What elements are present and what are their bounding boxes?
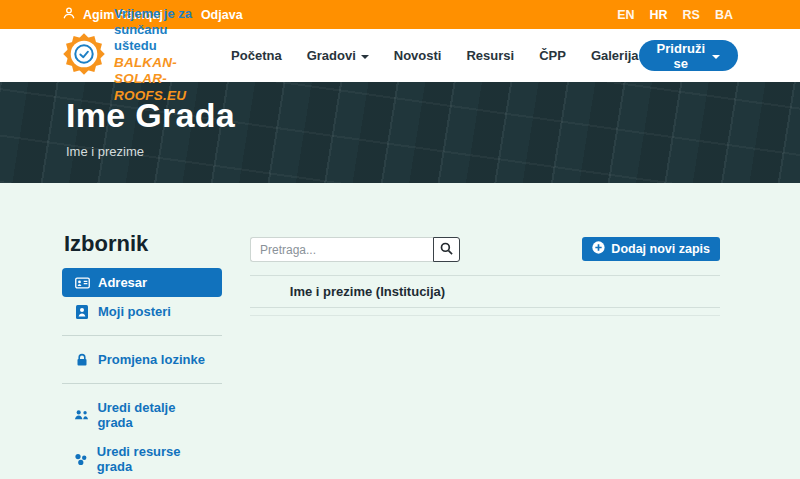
search-icon bbox=[440, 242, 453, 258]
sidebar-menu: Izbornik Adresar Moji posteri bbox=[62, 231, 222, 479]
sidebar-item-label: Uredi detalje grada bbox=[97, 400, 210, 430]
table-row bbox=[250, 308, 720, 316]
sidebar-item-label: Promjena lozinke bbox=[98, 352, 205, 367]
search-button[interactable] bbox=[433, 237, 460, 262]
column-header-name: Ime i prezime (Institucija) bbox=[250, 276, 485, 308]
sun-clock-logo-icon bbox=[62, 32, 106, 80]
sidebar-item-promjena-lozinke[interactable]: Promjena lozinke bbox=[62, 345, 222, 374]
sidebar-item-adresar[interactable]: Adresar bbox=[62, 268, 222, 297]
nav-item-gradovi[interactable]: Gradovi bbox=[307, 48, 369, 63]
lock-icon bbox=[74, 353, 90, 367]
sidebar-item-moji-posteri[interactable]: Moji posteri bbox=[62, 297, 222, 326]
site-logo[interactable]: Vrijeme je za sunčanu uštedu BALKAN-SOLA… bbox=[62, 6, 207, 105]
nav-item-resursi[interactable]: Resursi bbox=[466, 48, 514, 63]
search-group bbox=[250, 237, 460, 262]
records-table: Ime i prezime (Institucija) bbox=[250, 275, 720, 316]
plus-circle-icon bbox=[592, 241, 605, 257]
main-navbar: Vrijeme je za sunčanu uštedu BALKAN-SOLA… bbox=[0, 29, 800, 82]
chevron-down-icon bbox=[361, 55, 369, 59]
page-hero: Ime Grada Ime i prezime bbox=[0, 82, 800, 183]
sidebar-heading: Izbornik bbox=[64, 231, 222, 257]
content-area: Izbornik Adresar Moji posteri bbox=[0, 183, 800, 479]
language-switcher: EN HR RS BA bbox=[617, 8, 733, 22]
sidebar-item-label: Moji posteri bbox=[98, 304, 171, 319]
sidebar-divider bbox=[62, 383, 222, 384]
sidebar-item-label: Uredi resurse grada bbox=[97, 444, 210, 474]
lang-ba[interactable]: BA bbox=[715, 8, 733, 22]
sidebar-item-uredi-resurse[interactable]: Uredi resurse grada bbox=[62, 437, 222, 479]
sidebar-item-label: Adresar bbox=[98, 275, 147, 290]
column-header-actions bbox=[485, 276, 720, 308]
nav-item-cpp[interactable]: ČPP bbox=[539, 48, 566, 63]
nav-item-novosti[interactable]: Novosti bbox=[394, 48, 442, 63]
records-panel: Dodaj novi zapis Ime i prezime (Instituc… bbox=[250, 237, 720, 479]
nav-item-pocetna[interactable]: Početna bbox=[231, 48, 282, 63]
lang-rs[interactable]: RS bbox=[683, 8, 700, 22]
nav-item-galerija[interactable]: Galerija bbox=[591, 48, 639, 63]
records-toolbar: Dodaj novi zapis bbox=[250, 237, 720, 262]
table-header-row: Ime i prezime (Institucija) bbox=[250, 276, 720, 308]
add-record-button[interactable]: Dodaj novi zapis bbox=[582, 237, 720, 261]
primary-nav: Početna Gradovi Novosti Resursi ČPP Gale… bbox=[231, 48, 639, 63]
lang-hr[interactable]: HR bbox=[650, 8, 668, 22]
search-input[interactable] bbox=[250, 237, 433, 262]
join-button[interactable]: Pridruži se bbox=[639, 40, 738, 71]
id-card-icon bbox=[74, 277, 90, 289]
page-subtitle: Ime i prezime bbox=[66, 144, 738, 159]
poster-icon bbox=[74, 305, 90, 319]
sidebar-item-uredi-detalje[interactable]: Uredi detalje grada bbox=[62, 393, 222, 437]
nodes-icon bbox=[74, 453, 89, 466]
logo-tagline: Vrijeme je za sunčanu uštedu bbox=[114, 6, 207, 55]
sidebar-divider bbox=[62, 335, 222, 336]
chevron-down-icon bbox=[712, 55, 720, 59]
users-icon bbox=[74, 409, 89, 421]
lang-en[interactable]: EN bbox=[617, 8, 634, 22]
page-title: Ime Grada bbox=[66, 96, 738, 135]
empty-table-body bbox=[250, 308, 720, 316]
logout-link[interactable]: Odjava bbox=[201, 8, 243, 22]
